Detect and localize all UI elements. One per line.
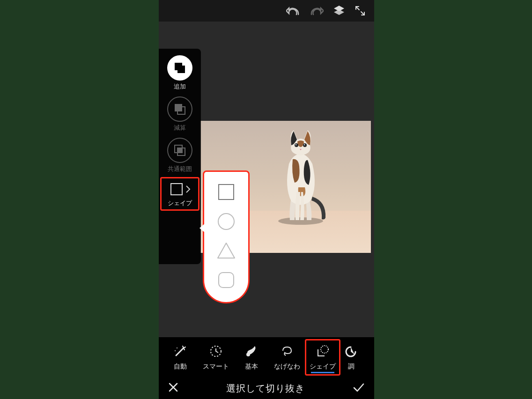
svg-point-17 (218, 214, 234, 229)
tool-lasso[interactable]: なげなわ (269, 339, 305, 376)
phone-frame: 追加 減算 共通範囲 (159, 0, 374, 399)
svg-rect-9 (177, 66, 182, 70)
svg-point-4 (303, 143, 307, 147)
tool-shape-label: シェイプ (310, 362, 336, 371)
side-tool-intersect[interactable]: 共通範囲 (159, 136, 201, 175)
side-tool-panel: 追加 減算 共通範囲 (159, 49, 201, 264)
svg-point-19 (177, 347, 177, 348)
tool-basic[interactable]: 基本 (234, 339, 269, 376)
tool-auto[interactable]: 自動 (163, 339, 198, 376)
cancel-button[interactable] (168, 382, 178, 395)
intersect-icon (167, 138, 192, 163)
close-icon (168, 382, 178, 392)
shape-option-square[interactable] (215, 181, 237, 203)
confirm-button[interactable] (353, 382, 365, 395)
tool-auto-label: 自動 (174, 362, 187, 371)
popup-pointer-icon (200, 223, 205, 235)
side-tool-shape-label: シェイプ (168, 199, 192, 207)
svg-point-5 (296, 144, 296, 145)
chevron-right-icon (185, 185, 191, 193)
svg-point-22 (246, 353, 250, 356)
svg-point-20 (175, 350, 176, 351)
shape-option-rounded-square[interactable] (215, 269, 237, 291)
footer-title: 選択して切り抜き (178, 382, 353, 395)
top-toolbar (159, 0, 374, 22)
shape-option-triangle[interactable] (215, 240, 237, 261)
side-tool-shape[interactable]: シェイプ (160, 177, 200, 211)
svg-point-23 (321, 346, 328, 353)
layers-icon[interactable] (333, 5, 345, 17)
cat-subject (266, 126, 336, 225)
smart-select-icon (209, 344, 223, 360)
tool-shape[interactable]: シェイプ (305, 339, 340, 376)
fullscreen-icon[interactable] (355, 5, 366, 16)
shape-select-icon (316, 344, 330, 360)
bottom-bar: 選択して切り抜き (159, 377, 374, 399)
svg-point-6 (304, 144, 305, 145)
redo-icon[interactable] (310, 5, 324, 16)
tool-smart[interactable]: スマート (198, 339, 234, 376)
svg-rect-16 (219, 185, 234, 200)
add-icon (167, 55, 192, 81)
side-tool-intersect-label: 共通範囲 (168, 165, 192, 173)
side-tool-add[interactable]: 追加 (159, 53, 201, 93)
svg-rect-18 (219, 273, 234, 288)
svg-point-3 (295, 143, 298, 147)
subtract-icon (167, 96, 192, 122)
shape-option-circle[interactable] (215, 211, 237, 232)
tool-lasso-label: なげなわ (274, 362, 300, 371)
svg-marker-1 (334, 9, 344, 15)
undo-icon[interactable] (286, 5, 300, 16)
svg-rect-10 (175, 104, 182, 111)
svg-rect-15 (171, 184, 182, 195)
check-icon (353, 382, 365, 392)
side-tool-subtract[interactable]: 減算 (159, 95, 201, 134)
tool-basic-label: 基本 (245, 362, 258, 371)
wand-icon (173, 344, 187, 360)
side-tool-subtract-label: 減算 (174, 124, 186, 132)
lasso-icon (280, 344, 294, 360)
tool-smart-label: スマート (203, 362, 229, 371)
shape-popup (203, 170, 250, 303)
svg-rect-14 (177, 148, 182, 153)
side-tool-add-label: 追加 (174, 82, 186, 91)
tool-adjust-label: 調 (348, 362, 355, 371)
bottom-tool-strip: 自動 スマート 基本 なげなわ シェイプ (159, 337, 374, 377)
adjust-icon (344, 344, 358, 360)
tool-adjust[interactable]: 調 (340, 339, 362, 376)
brush-icon (244, 344, 259, 360)
shape-icon (169, 181, 185, 197)
